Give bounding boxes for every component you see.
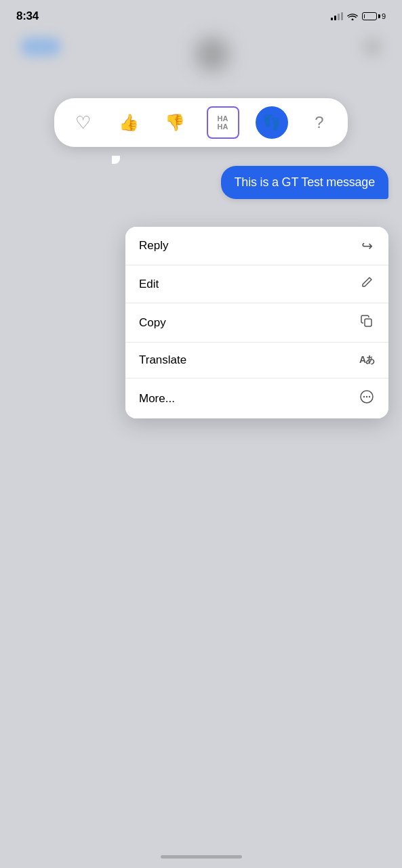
reaction-exclaim-button[interactable]: 👣 — [256, 106, 288, 139]
menu-item-translate[interactable]: Translate Aあ — [125, 342, 388, 378]
translate-icon: Aあ — [359, 354, 375, 366]
reaction-thumbdown-button[interactable]: 👎 — [160, 108, 190, 137]
question-icon: ? — [315, 113, 323, 132]
menu-item-more[interactable]: More... — [125, 378, 388, 418]
edit-label: Edit — [139, 278, 159, 291]
more-label: More... — [139, 392, 175, 406]
bubble-tail — [112, 156, 125, 169]
blurred-elements — [0, 37, 402, 71]
wifi-icon — [347, 12, 358, 20]
signal-icon — [331, 12, 343, 20]
copy-label: Copy — [139, 316, 166, 330]
svg-rect-0 — [365, 319, 371, 326]
reaction-haha-button[interactable]: HAHA — [207, 106, 239, 139]
exclaim-icon: 👣 — [262, 114, 281, 131]
reply-label: Reply — [139, 239, 168, 253]
message-bubble-wrapper: This is a GT Test message — [221, 166, 388, 199]
message-bubble: This is a GT Test message — [221, 166, 388, 199]
blurred-dot — [363, 37, 382, 56]
message-text: This is a GT Test message — [235, 175, 375, 189]
blurred-pill — [20, 37, 61, 56]
reaction-picker: ♡ 👍 👎 HAHA 👣 ? — [54, 98, 348, 147]
menu-item-copy[interactable]: Copy — [125, 303, 388, 342]
status-icons: 9 — [331, 12, 386, 20]
edit-icon — [359, 276, 375, 292]
menu-item-edit[interactable]: Edit — [125, 265, 388, 303]
thumbdown-icon: 👎 — [165, 113, 185, 132]
chat-area: 8:34 9 ♡ — [0, 0, 402, 868]
copy-icon — [359, 314, 375, 331]
more-icon — [359, 389, 375, 408]
reaction-heart-button[interactable]: ♡ — [68, 108, 98, 137]
haha-icon: HAHA — [218, 114, 228, 131]
context-menu: Reply ↩ Edit Copy Translate Aあ — [125, 227, 388, 418]
battery-level: 9 — [382, 12, 386, 20]
thumbup-icon: 👍 — [119, 113, 139, 132]
heart-icon: ♡ — [75, 112, 91, 133]
blurred-circle — [195, 37, 229, 71]
status-bar: 8:34 9 — [0, 0, 402, 28]
svg-point-4 — [369, 396, 370, 397]
reaction-thumbup-button[interactable]: 👍 — [114, 108, 144, 137]
reply-icon: ↩ — [359, 238, 375, 254]
svg-point-3 — [366, 396, 367, 397]
status-time: 8:34 — [16, 9, 39, 23]
home-indicator — [161, 855, 242, 859]
translate-label: Translate — [139, 353, 186, 367]
menu-item-reply[interactable]: Reply ↩ — [125, 227, 388, 265]
svg-point-2 — [363, 396, 365, 397]
battery-icon: 9 — [362, 12, 386, 20]
reaction-question-button[interactable]: ? — [304, 108, 334, 137]
